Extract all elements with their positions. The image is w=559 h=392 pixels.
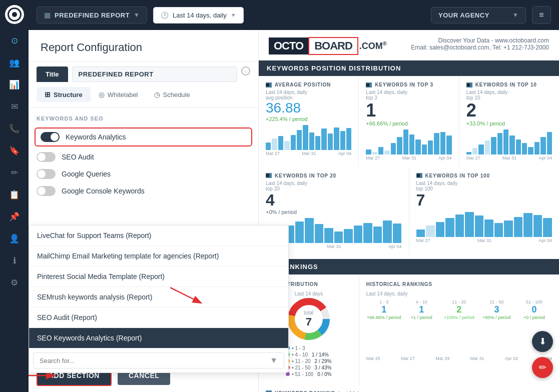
toggle-row-google-console: Google Console Keywords (37, 182, 250, 200)
date-range-picker[interactable]: 🕐 Last 14 days, daily ▼ (153, 7, 244, 24)
right-panel: OCTO BOARD .COM® Discover Your Data - ww… (259, 30, 559, 392)
metric-top100-value: 7 (416, 192, 552, 209)
toggle-google-queries[interactable] (37, 169, 56, 179)
metric-top100-chart (416, 212, 552, 237)
kw-section: KEYWORDS RANKING Last 14 days keyword po… (259, 386, 559, 392)
toggle-keywords-analytics[interactable] (41, 132, 60, 142)
menu-button[interactable]: ≡ (532, 6, 551, 24)
sidebar-item-users[interactable]: 👥 (5, 53, 24, 72)
metric-top3-chart (366, 130, 451, 154)
metric-top10-change: +33.0% / period (466, 120, 552, 126)
edit-button[interactable]: ✏ (532, 357, 553, 378)
dropdown-search-input[interactable] (40, 357, 266, 364)
sidebar-item-user[interactable]: 👤 (5, 229, 24, 248)
dropdown-item-2[interactable]: Pinterest Social Media Template (Report) (29, 266, 288, 287)
metric-avg-value: 36.88 (266, 100, 351, 116)
dropdown-item-3[interactable]: SEMrush keywords analysis (Report) (29, 287, 288, 308)
metric-top3-value: 1 (366, 100, 451, 120)
tab-structure-label: Structure (54, 91, 83, 98)
dropdown-item-5[interactable]: SEO Keywords Analytics (Report) (29, 328, 288, 348)
report-selector[interactable]: ▦ PREDEFINED REPORT ▼ (37, 6, 147, 24)
dropdown-item-0[interactable]: LiveChat for Support Teams (Report) (29, 226, 288, 246)
metric-top100-sub: Last 14 days, daily (416, 180, 552, 186)
octoboard-logo: OCTO BOARD .COM® (269, 37, 387, 55)
metric-icon-3: ▦ (466, 82, 472, 88)
sidebar-item-phone[interactable]: 📞 (5, 119, 24, 138)
hist-metric-4: 51 - 100 0 +0 / period (516, 300, 552, 320)
donut-chart: total 7 (286, 296, 331, 342)
tab-schedule[interactable]: ◷ Schedule (146, 87, 198, 102)
report-dropdown: LiveChat for Support Teams (Report) Mail… (29, 225, 289, 373)
sidebar-item-dashboard[interactable]: ⊙ (5, 31, 24, 50)
toggle-label-google-console: Google Console Keywords (62, 187, 145, 195)
metric-avg-sub: Last 14 days, daily (266, 90, 351, 95)
metric-top20-value: 4 (266, 192, 402, 209)
metrics-grid-bottom: ▦ KEYWORDS IN TOP 20 Last 14 days, daily… (259, 167, 559, 255)
tab-whitelabel-label: Whitelabel (108, 91, 138, 98)
sidebar-item-settings[interactable]: ⚙ (5, 273, 24, 292)
download-button[interactable]: ⬇ (532, 331, 553, 352)
date-range-label: Last 14 days, daily (173, 12, 227, 19)
donut-label: total 7 (304, 310, 313, 328)
rankings-grid: ING DISTRIBUTION Last 14 days (259, 274, 559, 385)
section-tabs: ⊞ Structure ◎ Whitelabel ◷ Schedule (29, 82, 258, 108)
sidebar-item-bookmark[interactable]: 🔖 (5, 141, 24, 160)
left-panel: Report Configuration Title ○ ⊞ Structure… (29, 30, 259, 392)
date-chevron-icon: ▼ (231, 12, 236, 18)
toggle-seo-audit[interactable] (37, 152, 56, 162)
metric-icon: ▦ (266, 82, 272, 88)
chevron-down-icon: ▼ (134, 12, 140, 18)
logo-reg: ® (383, 40, 387, 46)
panel-header: Report Configuration (29, 30, 258, 62)
hist-metric-1: 4 - 10 1 +1 / period (404, 300, 439, 320)
dropdown-search: ▼ (33, 352, 284, 368)
logo-octo: OCTO (269, 38, 308, 54)
tab-whitelabel[interactable]: ◎ Whitelabel (91, 87, 146, 102)
report-preview: OCTO BOARD .COM® Discover Your Data - ww… (259, 30, 559, 392)
agency-selector[interactable]: YOUR AGENCY ▼ (431, 7, 526, 24)
metric-top3-sub: Last 14 days, daily (366, 90, 451, 95)
report-name-input[interactable] (72, 66, 238, 82)
sidebar-item-pin[interactable]: 📌 (5, 207, 24, 226)
metric-top10-sub: Last 14 days, daily (466, 90, 552, 95)
hist-metric-2: 11 - 20 2 +100% / period (441, 300, 477, 320)
structure-icon: ⊞ (45, 90, 51, 98)
dropdown-item-4[interactable]: SEO Audit (Report) (29, 308, 288, 328)
metric-top3: ▦ KEYWORDS IN TOP 3 Last 14 days, daily … (359, 76, 458, 166)
topbar: ▦ PREDEFINED REPORT ▼ 🕐 Last 14 days, da… (29, 0, 559, 30)
main-area: ▦ PREDEFINED REPORT ▼ 🕐 Last 14 days, da… (29, 0, 559, 392)
tab-structure[interactable]: ⊞ Structure (37, 87, 91, 102)
sidebar-item-mail[interactable]: ✉ (5, 97, 24, 116)
metric-icon-2: ▦ (366, 82, 372, 88)
report-icon: ▦ (44, 11, 51, 19)
sidebar-item-reports[interactable]: 📋 (5, 185, 24, 204)
metric-top20-sub: Last 14 days, daily (266, 180, 402, 186)
sidebar-item-analytics[interactable]: 📊 (5, 75, 24, 94)
toggle-row-seo-audit: SEO Audit (37, 148, 250, 166)
metric-avg-position: ▦ AVERAGE POSITION Last 14 days, daily a… (259, 76, 358, 166)
toggle-google-console[interactable] (37, 186, 56, 196)
report-toggle-check[interactable]: ○ (241, 66, 250, 76)
donut-total-label: total (304, 310, 313, 315)
metric-top100-title: KEYWORDS IN TOP 100 (425, 173, 490, 178)
donut-num: 7 (304, 315, 313, 328)
hist-metric-3: 21 - 50 3 +50% / period (479, 300, 514, 320)
donut-sub: Last 14 days (294, 291, 323, 296)
content-area: Report Configuration Title ○ ⊞ Structure… (29, 30, 559, 392)
sidebar-item-info[interactable]: ℹ (5, 251, 24, 270)
logo-com: .COM® (359, 40, 387, 52)
report-header: OCTO BOARD .COM® Discover Your Data - ww… (259, 30, 559, 60)
hist-chart (366, 325, 552, 355)
tab-title[interactable]: Title (37, 66, 68, 82)
agency-selector-label: YOUR AGENCY (438, 12, 508, 19)
metric-top20-title: KEYWORDS IN TOP 20 (275, 173, 336, 178)
metric-top3-title: KEYWORDS IN TOP 3 (375, 82, 433, 88)
toggle-label-seo-audit: SEO Audit (62, 153, 94, 161)
hist-metric-0: 1 - 3 1 +66.66% / period (366, 300, 402, 320)
metric-icon-4: ▦ (266, 173, 272, 178)
contact-discover: Discover Your Data - www.octoboard.com (411, 37, 549, 44)
sidebar-item-edit[interactable]: ✏ (5, 163, 24, 182)
app-logo[interactable] (5, 5, 24, 24)
metric-top10-chart (466, 130, 552, 154)
dropdown-item-1[interactable]: MailChimp Email Marketing template for a… (29, 246, 288, 266)
